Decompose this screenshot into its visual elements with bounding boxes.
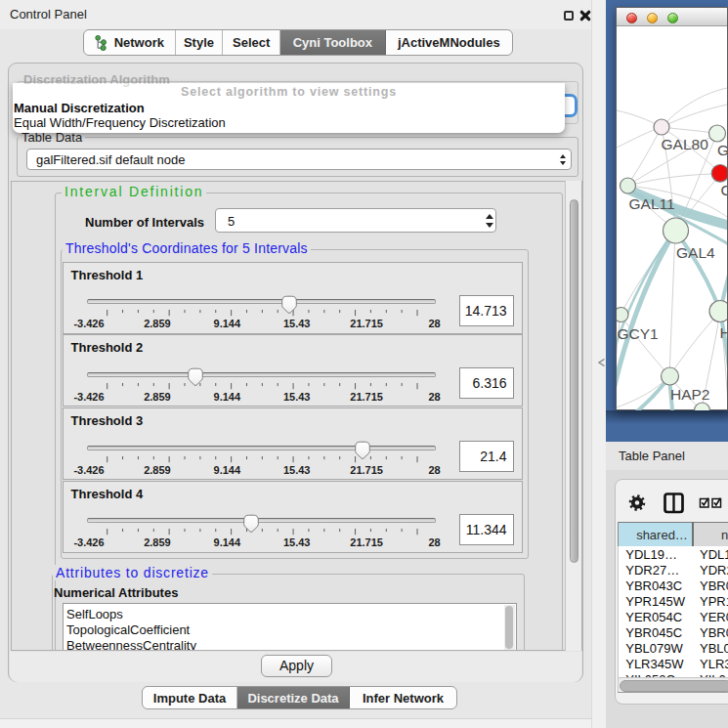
svg-text:GA: GA	[717, 142, 727, 158]
svg-text:HA: HA	[720, 324, 728, 341]
svg-text:GAL11: GAL11	[629, 195, 675, 212]
svg-text:GCY1: GCY1	[618, 325, 659, 342]
svg-text:GAL4: GAL4	[676, 244, 715, 261]
svg-text:GAL80: GAL80	[662, 136, 709, 152]
svg-text:CY: CY	[721, 182, 728, 198]
svg-text:HAP2: HAP2	[670, 386, 710, 403]
